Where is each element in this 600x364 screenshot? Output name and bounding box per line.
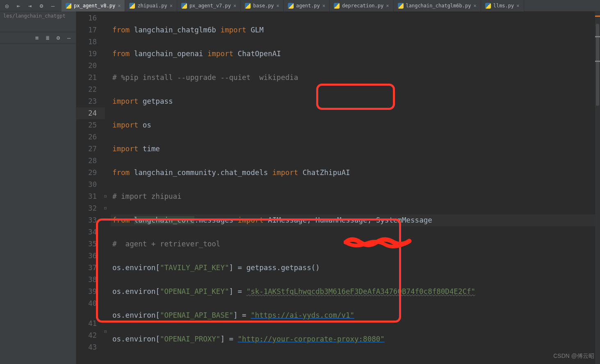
fold-marker-icon[interactable]: ⊟ [104,190,107,202]
python-file-icon [66,3,71,9]
fold-column[interactable]: ⊟ ⊟ ⊟ [105,11,111,364]
fold-marker-icon[interactable]: ⊟ [104,202,107,214]
tab-llms[interactable]: llms.py× [481,0,524,11]
hide-icon[interactable]: — [49,2,57,9]
editor-scrollbar[interactable] [595,11,600,364]
watermark: CSDN @傅云昭 [553,353,594,360]
hide-icon[interactable]: — [65,34,73,41]
python-file-icon [288,3,294,9]
gear-icon[interactable]: ⚙ [38,2,45,9]
close-icon[interactable]: × [473,3,476,9]
top-toolbar: ◎ ⇤ ⇥ ⚙ — px_agent_v8.py× zhipuai.py× px… [0,0,600,11]
close-icon[interactable]: × [276,3,279,9]
gear-icon[interactable]: ⚙ [55,34,62,41]
python-file-icon [334,3,340,9]
tab-px-agent-v8[interactable]: px_agent_v8.py× [62,0,125,11]
code-area[interactable]: from langchain_chatglm6b import GLM from… [111,11,600,364]
close-icon[interactable]: × [170,3,173,9]
tab-deprecation[interactable]: deprecation.py× [330,0,393,11]
indent-right-icon[interactable]: ≣ [44,34,51,41]
close-icon[interactable]: × [386,3,389,9]
project-sidebar: les/langchain_chatgpt ≡ ≣ ⚙ — nput) [0,11,76,364]
close-icon[interactable]: × [118,3,121,9]
target-icon[interactable]: ◎ [3,2,11,9]
python-file-icon [398,3,404,9]
sidebar-toolbar: ≡ ≣ ⚙ — [0,32,76,43]
tab-px-agent-v7[interactable]: px_agent_v7.py× [177,0,241,11]
editor-tabs: px_agent_v8.py× zhipuai.py× px_agent_v7.… [62,0,524,11]
toolbar-left-icons: ◎ ⇤ ⇥ ⚙ — [0,2,57,9]
close-icon[interactable]: × [233,3,236,9]
code-editor[interactable]: 1617181920212223 24252627282930 31323334… [76,11,600,364]
tab-zhipuai[interactable]: zhipuai.py× [125,0,177,11]
python-file-icon [245,3,251,9]
fold-marker-icon[interactable]: ⊟ [104,325,107,337]
collapse-icon[interactable]: ⇤ [15,2,22,9]
line-gutter: 1617181920212223 24252627282930 31323334… [76,11,105,364]
indent-left-icon[interactable]: ≡ [33,34,41,41]
tab-agent[interactable]: agent.py× [284,0,330,11]
python-file-icon [485,3,491,9]
python-file-icon [181,3,187,9]
tab-base[interactable]: base.py× [241,0,284,11]
close-icon[interactable]: × [516,3,519,9]
python-file-icon [129,3,135,9]
close-icon[interactable]: × [322,3,325,9]
tab-langchain-chatglm6b[interactable]: langchain_chatglm6b.py× [394,0,481,11]
expand-icon[interactable]: ⇥ [26,2,34,9]
breadcrumb: les/langchain_chatgpt [0,11,76,21]
